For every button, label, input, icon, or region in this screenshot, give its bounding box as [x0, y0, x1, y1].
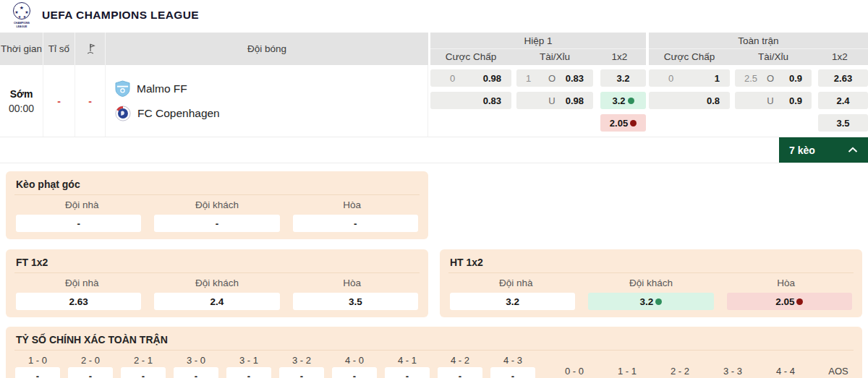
corner-home-odds[interactable]: -: [16, 215, 141, 232]
match-score-value: -: [57, 95, 61, 107]
home-team-name: Malmo FF: [137, 82, 187, 95]
score-label: 4 - 0: [345, 353, 364, 367]
col-label-home: Đội nhà: [14, 278, 150, 288]
odds-value: 0.83: [560, 73, 593, 84]
odds-value: 2.63: [834, 73, 852, 84]
handicap-line: 0: [649, 73, 715, 84]
score-label: 3 - 3: [723, 364, 742, 378]
odds-value: 0.9: [778, 73, 812, 84]
score-label: 0 - 0: [565, 364, 584, 378]
odds-ft-over[interactable]: 2.5 O 0.9: [735, 69, 812, 87]
odds-ft-under[interactable]: U 0.9: [735, 92, 812, 109]
section-divider: [0, 163, 868, 163]
odds-h1-1[interactable]: 3.2: [600, 69, 646, 87]
panel-title: Kèo phạt góc: [14, 177, 420, 195]
score-column: 4 - 1 -: [385, 353, 430, 378]
correct-score-panel: TỶ SỐ CHÍNH XÁC TOÀN TRẬN 1 - 0 - 2 - 0 …: [6, 327, 862, 378]
score-odds-cell[interactable]: -: [438, 367, 482, 378]
score-column: 4 - 4 -: [763, 364, 808, 378]
uefa-champions-league-logo: ★ ★ ★ ★ ★ CHAMPIONS LEAGUE: [9, 1, 35, 29]
match-time-clock: 00:00: [9, 103, 34, 114]
score-odds-cell[interactable]: -: [332, 367, 377, 378]
ft-away-odds[interactable]: 2.4: [154, 293, 279, 310]
col-label-draw: Hòa: [284, 199, 420, 210]
score-odds-cell[interactable]: -: [15, 367, 60, 378]
score-odds-cell[interactable]: -: [121, 367, 166, 378]
score-odds-cell[interactable]: -: [385, 367, 430, 378]
odds-h1-over[interactable]: 1 O 0.83: [516, 69, 593, 87]
score-label: 1 - 1: [618, 364, 637, 378]
odds-value: 0.98: [560, 95, 593, 106]
corner-away-odds[interactable]: -: [154, 215, 279, 232]
odds-h1-x[interactable]: 3.2: [600, 92, 646, 109]
chevron-up-icon: [848, 147, 858, 153]
ht-away-odds[interactable]: 3.2: [588, 293, 713, 310]
score-odds-cell[interactable]: -: [68, 367, 113, 378]
ht-draw-odds[interactable]: 2.05: [727, 293, 852, 310]
svg-text:★: ★: [18, 14, 22, 19]
odds-ft-handicap-away[interactable]: 0.8: [649, 92, 730, 109]
score-label: 4 - 3: [503, 353, 522, 367]
match-teams[interactable]: Malmo FF FC Copenhagen: [106, 65, 428, 137]
odds-h1-2[interactable]: 2.05: [600, 114, 646, 132]
score-label: 3 - 1: [239, 353, 258, 367]
away-team-name: FC Copenhagen: [137, 107, 220, 120]
score-column: 3 - 2 -: [279, 353, 324, 378]
ht-home-odds[interactable]: 3.2: [450, 293, 575, 310]
odds-h1-under[interactable]: U 0.98: [516, 92, 593, 109]
odds-ft-handicap-home[interactable]: 0 1: [649, 69, 730, 87]
expander-bar: 7 kèo: [0, 137, 868, 163]
svg-text:LEAGUE: LEAGUE: [17, 25, 28, 28]
odds-ft-x[interactable]: 2.4: [818, 92, 868, 109]
col-label-home: Đội nhà: [448, 278, 584, 288]
col-label-draw: Hòa: [718, 278, 854, 288]
score-odds-cell[interactable]: -: [279, 367, 324, 378]
score-odds-cell[interactable]: -: [174, 367, 218, 378]
panel-title: FT 1x2: [14, 255, 420, 273]
over-label: O: [544, 73, 560, 84]
odds-h1-handicap-home[interactable]: 0 0.98: [430, 69, 511, 87]
group-label-first-half: Hiệp 1: [430, 33, 646, 49]
odds-value: 2.4: [836, 95, 849, 106]
match-time-label: Sớm: [10, 88, 33, 100]
more-odds-expander-button[interactable]: 7 kèo: [779, 137, 868, 163]
subheader-handicap-h1: Cược Chấp: [430, 51, 511, 62]
odds-value: 0.98: [483, 73, 511, 84]
group-label-full-match: Toàn trận: [649, 33, 868, 49]
ft-draw-odds[interactable]: 3.5: [293, 293, 418, 310]
corner-flag-icon: [84, 43, 97, 56]
ft-home-odds[interactable]: 2.63: [16, 293, 141, 310]
subheader-handicap-ft: Cược Chấp: [649, 51, 730, 62]
odds-ft-2[interactable]: 3.5: [818, 114, 868, 132]
corner-draw-odds[interactable]: -: [293, 215, 418, 232]
odds-ft-1[interactable]: 2.63: [818, 69, 868, 87]
column-header-corner: [75, 33, 106, 65]
home-win-scores-group: 1 - 0 - 2 - 0 - 2 - 1 - 3 - 0 -: [15, 353, 535, 378]
subheader-overunder-h1: Tài/Xỉu: [516, 51, 593, 62]
score-odds-cell[interactable]: -: [490, 367, 535, 378]
expander-label: 7 kèo: [789, 145, 815, 156]
score-label: 2 - 2: [671, 364, 689, 378]
malmo-ff-badge-icon: [115, 80, 130, 97]
page-title: UEFA CHAMPIONS LEAGUE: [42, 9, 199, 22]
score-column: 3 - 3 -: [710, 364, 755, 378]
match-time: Sớm 00:00: [0, 65, 43, 137]
ou-line: 2.5: [735, 73, 762, 84]
score-column: 2 - 0 -: [68, 353, 113, 378]
home-team-row[interactable]: Malmo FF: [106, 80, 427, 97]
odds-value: 0.83: [483, 95, 511, 106]
score-column: 3 - 1 -: [226, 353, 271, 378]
odds-table: Thời gian Tỉ số Đội bóng Hiệp 1 Cược Chấ…: [0, 33, 868, 163]
subheader-1x2-ft: 1x2: [812, 51, 868, 62]
ft-1x2-panel: FT 1x2 Đội nhà Đội khách Hòa 2.63 2.4 3.…: [6, 249, 428, 317]
col-label-away: Đội khách: [150, 278, 285, 288]
panel-title: TỶ SỐ CHÍNH XÁC TOÀN TRẬN: [14, 332, 854, 351]
under-label: U: [762, 95, 778, 106]
ht-1x2-panel: HT 1x2 Đội nhà Đội khách Hòa 3.2 3.2 2.0…: [440, 249, 862, 317]
odds-group-full-match: 0 1 0.8 2.5 O 0.9 U 0.9: [649, 65, 868, 132]
away-team-row[interactable]: FC Copenhagen: [106, 106, 427, 121]
odds-value: 3.2: [640, 296, 654, 307]
odds-h1-handicap-away[interactable]: 0.83: [430, 92, 511, 109]
odds-table-header: Thời gian Tỉ số Đội bóng Hiệp 1 Cược Chấ…: [0, 33, 868, 65]
score-odds-cell[interactable]: -: [226, 367, 271, 378]
